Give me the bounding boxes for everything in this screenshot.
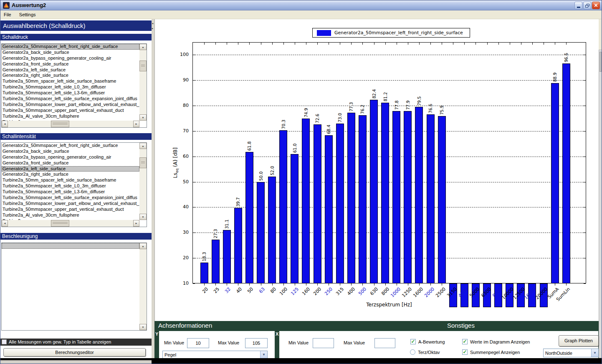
restore-button[interactable] — [583, 2, 591, 9]
list-item[interactable]: Generator2a_front_side_surface — [2, 160, 139, 166]
scroll-up-icon[interactable]: ▲ — [139, 243, 147, 249]
panel-scroll-left-icon[interactable]: ◂ — [152, 22, 153, 25]
list-item[interactable]: Turbine2a_50mmspacer_left_side_L0_3m_dif… — [2, 183, 139, 189]
scroll-left-icon[interactable]: ◄ — [2, 220, 8, 227]
figure-scrollbar[interactable] — [599, 50, 602, 358]
scroll-thumb[interactable] — [139, 157, 147, 168]
x-max-label: Max Value — [344, 340, 365, 345]
list-item[interactable]: Turbine2a_50mmspacer_left_side_surface_e… — [2, 96, 139, 102]
y-min-label: Min Value — [164, 340, 184, 345]
x-max-input[interactable] — [374, 338, 395, 348]
y-axis-letter: Y — [155, 331, 158, 336]
scroll-left-icon[interactable]: ◄ — [2, 121, 8, 127]
scroll-down-icon[interactable]: ▼ — [139, 114, 147, 121]
list-item[interactable]: Turbine2a_50mmspacer_upper_part_vertical… — [2, 108, 139, 114]
scroll-up-icon[interactable]: ▲ — [139, 143, 147, 149]
summenpegel-anzeigen-checkbox[interactable]: ✓ — [462, 349, 468, 355]
bottom-edge-left — [0, 360, 152, 364]
selection-panel: Auswahlbereich (Schalldruck) Schalldruck… — [0, 19, 152, 359]
table-checkbox-row: Alle Messungen vom gew. Typ in Tabelle a… — [0, 339, 152, 346]
scroll-right-icon[interactable]: ► — [133, 220, 139, 227]
minimize-button[interactable] — [574, 2, 582, 9]
scroll-right-icon[interactable]: ► — [133, 121, 139, 127]
figure-panel — [154, 19, 599, 359]
show-all-measurements-checkbox[interactable] — [2, 339, 7, 344]
x-min-input[interactable] — [313, 338, 334, 348]
y-min-input[interactable] — [187, 338, 209, 348]
section-header-beschleunigung: Beschleunigung — [0, 233, 152, 240]
v-scrollbar[interactable]: ▲▼ — [139, 243, 147, 330]
scroll-down-icon[interactable]: ▼ — [139, 214, 147, 220]
panel-scroll-right-icon[interactable]: ▸ — [152, 27, 153, 30]
menu-settings[interactable]: Settings — [16, 10, 39, 17]
v-scrollbar[interactable]: ▲▼ — [139, 143, 147, 220]
list-rows — [2, 243, 139, 330]
show-all-measurements-label: Alle Messungen vom gew. Typ in Tabelle a… — [9, 339, 111, 344]
chart-legend: Generator2a_50mmspacer_left_front_right_… — [312, 28, 470, 38]
panel-splitter[interactable]: ◂ ▸ — [152, 19, 154, 359]
terz-oktav-radio-label: Terz/Oktav — [418, 350, 440, 355]
schalldruck-listbox[interactable]: Generator2a_50mmspacer_left_front_right_… — [1, 43, 147, 128]
list-item[interactable]: Turbine2a_50mmspacer_left_side_L0_3m_dif… — [2, 84, 139, 90]
list-item[interactable]: Turbine2a_Al_valve_30cm_fullsphere — [2, 212, 139, 218]
y-max-input[interactable] — [245, 338, 268, 348]
werte-im-dagramm-anzeigen-checkbox-label: Werte im Dagramm Anzeigen — [470, 339, 530, 344]
figure-scrollbar-thumb[interactable] — [599, 52, 602, 72]
list-item[interactable]: Turbine2a_Al_valve_30cm_fullsphere — [2, 114, 139, 119]
scroll-thumb[interactable] — [51, 220, 69, 227]
list-item[interactable]: Generator2a_back_side_surface — [2, 50, 139, 56]
h-scrollbar[interactable]: ◄► — [2, 121, 139, 127]
y-axis-title: Lseq (A) [dB] — [172, 147, 179, 178]
list-rows: Generator2a_50mmspacer_left_front_right_… — [2, 44, 139, 121]
list-item[interactable]: Generator2a_bypass_opening_generator_coo… — [2, 56, 139, 61]
list-item[interactable]: Turbine2a_50mmspacer_left_side_L3-6m_dif… — [2, 90, 139, 96]
terz-oktav-radio[interactable] — [410, 349, 415, 355]
list-item[interactable]: Turbine2a_50mmspacer_upper_part_vertical… — [2, 207, 139, 212]
list-item-selected-empty[interactable] — [2, 243, 139, 249]
matlab-app-icon — [3, 2, 10, 9]
list-item[interactable]: Turbine2a_50mmspacer_left_side_surface_e… — [2, 195, 139, 201]
list-item[interactable]: Generator2a_right_side_surface — [2, 73, 139, 78]
list-item[interactable]: Turbine2a_50mmspacer_left_side_L3-6m_dif… — [2, 189, 139, 195]
scroll-thumb[interactable] — [139, 61, 147, 71]
menu-file[interactable]: File — [0, 10, 15, 17]
list-item[interactable]: Generator2a_front_side_surface — [2, 61, 139, 67]
section-header-schalldruck: Schalldruck — [0, 34, 152, 40]
graph-plotten-button[interactable]: Graph Plotten — [559, 335, 599, 346]
list-item[interactable]: Generator2a_back_side_surface — [2, 149, 139, 154]
list-item[interactable]: Turbine2a_50mm_spacer_left_side_surface_… — [2, 177, 139, 183]
scroll-down-icon[interactable]: ▼ — [139, 324, 147, 330]
list-item[interactable]: Generator2a_left_side_surface — [2, 67, 139, 73]
berechnungseditor-button[interactable]: Berechnungseditor — [3, 348, 146, 356]
list-item[interactable]: Generator2a_bypass_opening_generator_coo… — [2, 154, 139, 160]
list-item[interactable]: Generator2a_50mmspacer_left_front_right_… — [2, 143, 139, 149]
y-scale-dropdown[interactable]: Pegel ▼ — [162, 351, 268, 359]
close-button[interactable]: ✕ — [592, 2, 600, 9]
sonstiges-header: Sonstiges — [447, 322, 475, 329]
legend-swatch — [317, 30, 331, 36]
list-item[interactable]: Turbine2a_50mm_spacer_left_side_surface_… — [2, 78, 139, 84]
app-window: Auswertung2 ✕ File Settings ↘ Auswahlber… — [0, 0, 602, 364]
werte-im-dagramm-anzeigen-checkbox[interactable]: ✓ — [462, 339, 468, 344]
schallintensitaet-listbox[interactable]: Generator2a_50mmspacer_left_front_right_… — [1, 142, 147, 227]
a-bewertung-checkbox[interactable]: ✓ — [410, 339, 416, 344]
legend-position-dropdown[interactable]: NorthOutside ▼ — [543, 349, 599, 357]
v-scrollbar[interactable]: ▲▼ — [139, 44, 147, 121]
list-item[interactable]: Turbine2a_50mmspacer_lower_part_elbow_an… — [2, 102, 139, 108]
list-item[interactable]: Generator2a_left_side_surface — [2, 166, 139, 172]
list-item[interactable]: Generator2a_50mmspacer_left_front_right_… — [2, 44, 139, 50]
window-title: Auswertung2 — [12, 2, 46, 8]
dropdown-arrow-icon[interactable]: ▼ — [260, 351, 267, 358]
scroll-thumb[interactable] — [51, 121, 69, 127]
h-scrollbar[interactable]: ◄► — [2, 220, 139, 227]
scroll-up-icon[interactable]: ▲ — [139, 44, 147, 50]
list-item[interactable]: Generator2a_right_side_surface — [2, 172, 139, 177]
x-axis-letter: X — [276, 331, 278, 336]
list-rows: Generator2a_50mmspacer_left_front_right_… — [2, 143, 139, 220]
beschleunigung-listbox[interactable]: ▲▼ — [1, 243, 147, 331]
dropdown-arrow-icon[interactable]: ▼ — [591, 349, 598, 357]
menu-bar: File Settings ↘ — [0, 10, 602, 19]
x-min-label: Min Value — [288, 340, 309, 345]
list-item[interactable]: Turbine2a_50mmspacer_lower_part_elbow_an… — [2, 201, 139, 207]
achsenformationen-header: Achsenformationen — [158, 322, 212, 329]
